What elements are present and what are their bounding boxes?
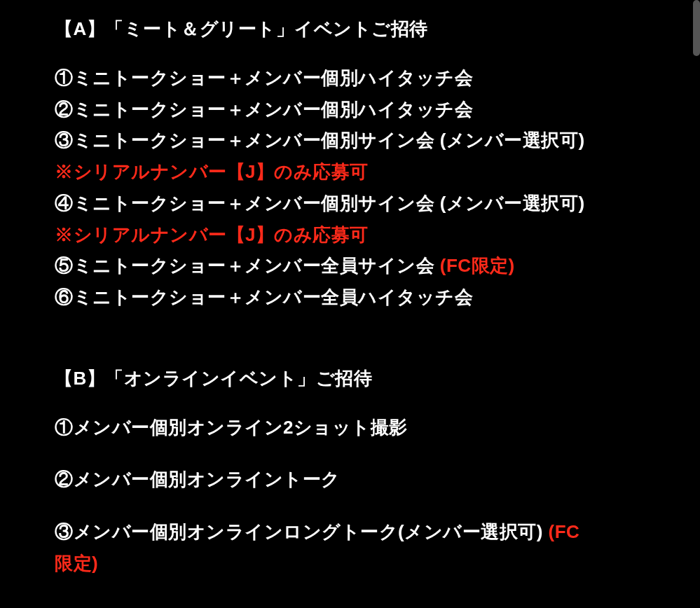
fc-limited-badge: (FC限定) [434, 255, 515, 276]
list-item: ③メンバー個別オンラインロングトーク(メンバー選択可) (FC限定) [55, 516, 645, 579]
section-b-list: ①メンバー個別オンライン2ショット撮影 ②メンバー個別オンライントーク ③メンバ… [55, 412, 645, 579]
list-item: ⑤ミニトークショー＋メンバー全員サイン会 (FC限定) [55, 250, 645, 282]
page-content: 【A】「ミート＆グリート」イベントご招待 ①ミニトークショー＋メンバー個別ハイタ… [0, 0, 700, 579]
restriction-note: ※シリアルナンバー【J】のみ応募可 [55, 156, 645, 188]
section-a-list: ①ミニトークショー＋メンバー個別ハイタッチ会 ②ミニトークショー＋メンバー個別ハ… [55, 62, 645, 313]
section-b-title: 【B】「オンラインイベント」ご招待 [55, 366, 645, 391]
restriction-note: ※シリアルナンバー【J】のみ応募可 [55, 219, 645, 251]
list-item: ⑥ミニトークショー＋メンバー全員ハイタッチ会 [55, 282, 645, 313]
fc-limited-badge: 限定) [55, 553, 98, 574]
list-item: ①ミニトークショー＋メンバー個別ハイタッチ会 [55, 62, 645, 94]
list-item-text: ③メンバー個別オンラインロングトーク(メンバー選択可) [55, 521, 543, 542]
list-item-text: ⑤ミニトークショー＋メンバー全員サイン会 [55, 255, 434, 276]
list-item: ④ミニトークショー＋メンバー個別サイン会 (メンバー選択可) [55, 188, 645, 219]
list-item: ①メンバー個別オンライン2ショット撮影 [55, 412, 645, 443]
list-item: ②メンバー個別オンライントーク [55, 464, 645, 495]
fc-limited-badge: (FC [543, 521, 580, 542]
list-item: ③ミニトークショー＋メンバー個別サイン会 (メンバー選択可) [55, 125, 645, 156]
section-a-title: 【A】「ミート＆グリート」イベントご招待 [55, 17, 645, 41]
list-item: ②ミニトークショー＋メンバー個別ハイタッチ会 [55, 94, 645, 125]
scrollbar-thumb[interactable] [693, 0, 700, 56]
